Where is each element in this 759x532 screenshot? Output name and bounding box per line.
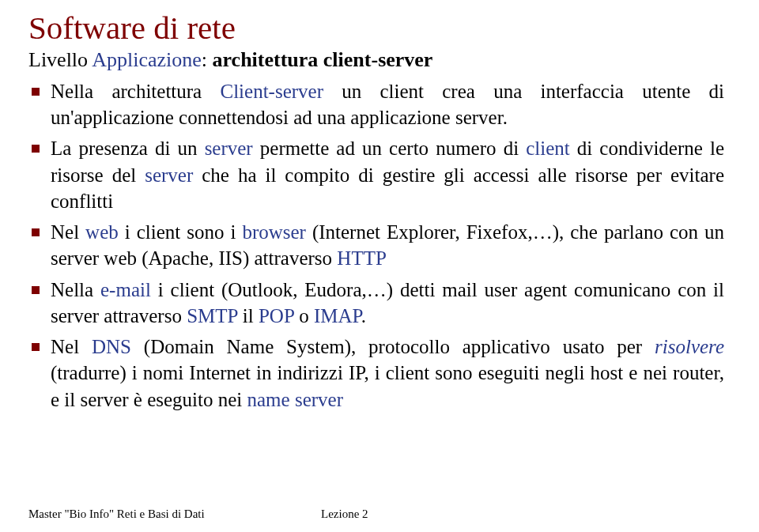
bullet-text: Nel — [51, 336, 92, 357]
bullet-text-highlight: HTTP — [337, 247, 387, 269]
bullet-text: (Domain Name System), protocollo applica… — [131, 336, 655, 357]
slide-title: Software di rete — [28, 9, 724, 47]
bullet-item: Nella e-mail i client (Outlook, Eudora,…… — [28, 277, 724, 330]
bullet-text-highlight: web — [85, 221, 119, 243]
bullet-text: . — [361, 305, 366, 326]
footer-center: Lezione 2 — [321, 507, 368, 521]
bullet-text-highlight: server — [205, 138, 253, 159]
bullet-text-highlight: risolvere — [655, 336, 724, 357]
bullet-item: La presenza di un server permette ad un … — [28, 135, 724, 214]
bullet-text-highlight: IMAP — [314, 305, 361, 326]
bullet-text-highlight: e-mail — [100, 279, 151, 300]
bullet-text-highlight: client — [526, 138, 570, 159]
bullet-text: il — [238, 305, 259, 326]
bullet-text-highlight: server — [145, 164, 193, 186]
subtitle-sep: : — [202, 48, 213, 71]
bullet-text-highlight: Client-server — [220, 81, 323, 102]
bullet-text-highlight: DNS — [92, 336, 131, 357]
bullet-text: Nella — [51, 279, 100, 300]
bullet-text-highlight: name server — [247, 389, 343, 410]
bullet-text: i client (Outlook, Eudora,…) detti mail … — [51, 279, 724, 326]
bullet-text-highlight: SMTP — [187, 305, 237, 326]
bullet-list: Nella architettura Client-server un clie… — [28, 78, 724, 413]
bullet-text-highlight: POP — [259, 305, 294, 326]
footer-left: Master "Bio Info" Reti e Basi di Dati — [28, 507, 205, 521]
bullet-text: i client sono i — [119, 221, 243, 243]
bullet-item: Nella architettura Client-server un clie… — [28, 78, 724, 131]
bullet-text: Nella architettura — [51, 81, 220, 102]
slide-footer: Master "Bio Info" Reti e Basi di Dati Le… — [28, 507, 724, 521]
bullet-text: o — [294, 305, 314, 326]
bullet-item: Nel web i client sono i browser (Interne… — [28, 219, 724, 272]
bullet-item: Nel DNS (Domain Name System), protocollo… — [28, 334, 724, 413]
bullet-text: permette ad un certo numero di — [253, 138, 526, 159]
bullet-text: (tradurre) i nomi Internet in indirizzi … — [51, 362, 724, 409]
subtitle-blueword: Applicazione — [92, 48, 202, 71]
bullet-text: La presenza di un — [51, 138, 205, 159]
bullet-text-highlight: browser — [242, 221, 306, 243]
subtitle-pre: Livello — [28, 48, 92, 71]
slide-subtitle: Livello Applicazione: architettura clien… — [28, 47, 724, 74]
subtitle-bold: architettura client-server — [213, 48, 433, 71]
bullet-text: Nel — [51, 221, 85, 243]
